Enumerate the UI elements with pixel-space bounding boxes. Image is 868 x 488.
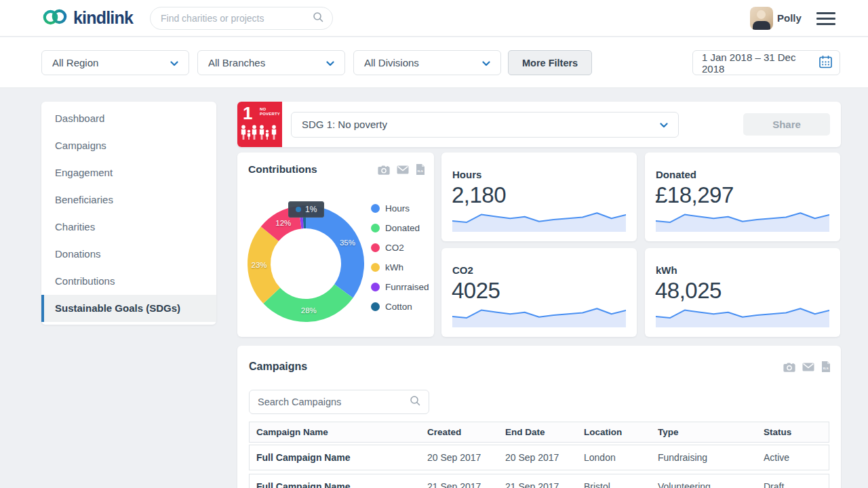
- user-avatar[interactable]: [750, 7, 773, 30]
- contributions-title: Contributions: [248, 163, 317, 176]
- donut-percentage-label: 12%: [275, 219, 291, 227]
- search-icon[interactable]: [410, 395, 420, 409]
- date-range-value: 1 Jan 2018 – 31 Dec 2018: [702, 52, 819, 75]
- legend-item-donated[interactable]: Donated: [371, 223, 429, 233]
- co2-stat-card: CO2 4025: [441, 248, 637, 337]
- table-row[interactable]: Full Campaign Name21 Sep 201721 Sep 2017…: [249, 474, 829, 488]
- campaigns-toolbar: XLS: [783, 361, 830, 372]
- legend-label: Donated: [385, 223, 420, 233]
- camera-icon[interactable]: [378, 165, 390, 175]
- legend-item-funrraised[interactable]: Funrraised: [371, 282, 429, 292]
- search-icon[interactable]: [313, 12, 323, 25]
- sdg1-no-poverty-icon: 1 NO POVERTY: [237, 102, 282, 147]
- region-select-value: All Region: [52, 57, 98, 68]
- stat-title: Hours: [452, 169, 481, 180]
- date-range-picker[interactable]: 1 Jan 2018 – 31 Dec 2018: [692, 50, 840, 75]
- table-header-cell-location: Location: [577, 427, 651, 437]
- xls-export-icon[interactable]: XLS: [416, 164, 425, 175]
- stat-title: CO2: [452, 264, 473, 276]
- sdg-number: 1: [243, 103, 252, 124]
- sidebar-item-charities[interactable]: Charities: [41, 214, 216, 241]
- legend-dot: [371, 243, 380, 252]
- table-cell: Volunteering: [651, 481, 757, 488]
- brand-name: kindlink: [73, 8, 133, 28]
- legend-dot: [371, 263, 380, 272]
- divisions-select-value: All Divisions: [364, 57, 419, 68]
- table-cell: Draft: [757, 481, 823, 488]
- sidebar-item-campaigns[interactable]: Campaigns: [41, 132, 216, 159]
- chart-tooltip: 1%: [288, 201, 324, 218]
- stat-value: £18,297: [655, 182, 734, 208]
- donut-percentage-label: 35%: [340, 239, 355, 247]
- contributions-donut-chart: 35%28%23%12% 1%: [246, 204, 366, 323]
- sdg-title: NO POVERTY: [260, 107, 280, 116]
- sidebar-item-dashboard[interactable]: Dashboard: [41, 105, 216, 132]
- donut-percentage-label: 28%: [301, 306, 317, 314]
- table-header-row: Campaign NameCreatedEnd DateLocationType…: [249, 422, 829, 443]
- share-button[interactable]: Share: [743, 113, 830, 136]
- kwh-sparkline-chart: [656, 302, 829, 327]
- table-cell: Full Campaign Name: [250, 452, 420, 463]
- top-bar: kindlink Polly: [0, 0, 868, 37]
- filter-bar: All Region All Branches All Divisions Mo…: [0, 37, 868, 88]
- camera-icon[interactable]: [783, 362, 795, 372]
- legend-item-cotton[interactable]: Cotton: [371, 302, 429, 312]
- global-search: [150, 7, 333, 30]
- sidebar-item-sustainable-goals-sdgs[interactable]: Sustainable Goals (SDGs): [41, 295, 216, 322]
- sidebar-item-beneficiaries[interactable]: Beneficiaries: [41, 186, 216, 214]
- co2-sparkline-chart: [452, 302, 626, 327]
- table-cell: 20 Sep 2017: [420, 452, 498, 463]
- sidebar-item-engagement[interactable]: Engagement: [41, 159, 216, 186]
- chevron-down-icon: [660, 119, 668, 130]
- contributions-toolbar: XLS: [378, 164, 425, 175]
- stat-title: Donated: [656, 169, 696, 180]
- legend-dot: [371, 204, 380, 213]
- campaigns-search-input[interactable]: [258, 396, 410, 407]
- legend-item-kwh[interactable]: kWh: [371, 262, 429, 272]
- table-row[interactable]: Full Campaign Name20 Sep 201720 Sep 2017…: [249, 445, 829, 470]
- campaigns-card: Campaigns XLS Campaign NameCreatedEnd Da…: [237, 346, 841, 488]
- table-header-cell-status: Status: [757, 427, 823, 437]
- table-header-cell-campaign-name: Campaign Name: [250, 427, 420, 437]
- table-cell: Bristol: [577, 481, 651, 488]
- table-cell: 21 Sep 2017: [498, 481, 577, 488]
- email-icon[interactable]: [802, 363, 814, 371]
- divisions-select[interactable]: All Divisions: [353, 50, 501, 75]
- donut-segment-hours[interactable]: [306, 217, 353, 291]
- kindlink-logo-icon: [41, 5, 68, 31]
- tooltip-value: 1%: [305, 205, 317, 214]
- table-cell: 21 Sep 2017: [420, 481, 498, 488]
- branches-select-value: All Branches: [208, 57, 265, 68]
- table-cell: Fundraising: [651, 452, 757, 463]
- global-search-input[interactable]: [161, 13, 313, 24]
- table-cell: 20 Sep 2017: [498, 452, 577, 463]
- campaigns-title: Campaigns: [249, 361, 307, 373]
- campaigns-table: Campaign NameCreatedEnd DateLocationType…: [249, 422, 829, 488]
- branches-select[interactable]: All Branches: [197, 50, 345, 75]
- menu-icon[interactable]: [816, 12, 835, 25]
- region-select[interactable]: All Region: [41, 50, 189, 75]
- chart-legend: HoursDonatedCO2kWhFunrraisedCotton: [371, 203, 429, 321]
- table-header-cell-type: Type: [651, 427, 757, 437]
- legend-dot: [371, 283, 380, 291]
- legend-item-co2[interactable]: CO2: [371, 243, 429, 253]
- sidebar-item-contributions[interactable]: Contributions: [41, 268, 216, 295]
- sdg-goal-select[interactable]: SDG 1: No poverty: [291, 112, 679, 138]
- stat-value: 48,025: [655, 278, 722, 304]
- legend-item-hours[interactable]: Hours: [371, 203, 429, 214]
- more-filters-button[interactable]: More Filters: [508, 50, 592, 75]
- sidebar-item-donations[interactable]: Donations: [41, 241, 216, 268]
- legend-label: Cotton: [385, 302, 412, 312]
- kindlink-logo[interactable]: kindlink: [41, 5, 133, 31]
- chevron-down-icon: [482, 57, 490, 68]
- xls-export-icon[interactable]: XLS: [821, 361, 830, 372]
- sidebar-nav: DashboardCampaignsEngagementBeneficiarie…: [41, 102, 216, 325]
- stat-value: 4025: [452, 278, 500, 304]
- email-icon[interactable]: [397, 165, 409, 174]
- user-name[interactable]: Polly: [777, 0, 802, 37]
- sdg-goal-select-value: SDG 1: No poverty: [302, 119, 387, 130]
- campaigns-search: [249, 390, 429, 414]
- stat-title: kWh: [656, 264, 677, 276]
- legend-dot: [371, 302, 380, 311]
- legend-label: Funrraised: [385, 282, 429, 292]
